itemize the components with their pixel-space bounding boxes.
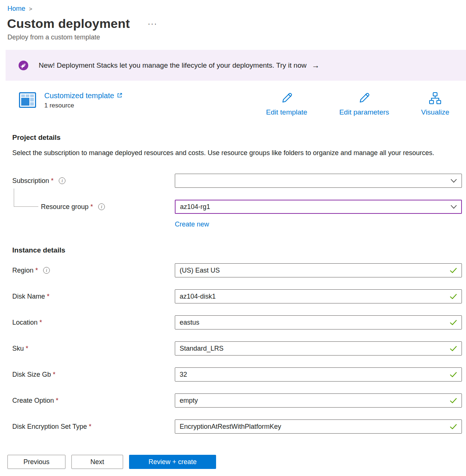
resource-group-row: Resource group * i az104-rg1	[12, 200, 462, 214]
required-asterisk: *	[90, 203, 93, 211]
pencil-icon	[357, 91, 371, 107]
create-option-input[interactable]	[175, 393, 462, 408]
create-option-row: Create Option *	[12, 393, 462, 408]
required-asterisk: *	[56, 397, 58, 405]
create-new-row: Create new	[175, 217, 462, 228]
disk-encryption-set-type-label: Disk Encryption Set Type	[12, 423, 87, 431]
required-asterisk: *	[35, 267, 38, 274]
page-title: Custom deployment	[7, 16, 130, 31]
project-details-description: Select the subscription to manage deploy…	[12, 147, 440, 159]
template-resource-count: 1 resource	[44, 102, 122, 109]
banner-text: New! Deployment Stacks let you manage th…	[39, 61, 306, 70]
visualize-icon	[428, 91, 442, 107]
more-options-button[interactable]: ···	[148, 19, 157, 28]
disk-encryption-set-type-row: Disk Encryption Set Type *	[12, 419, 462, 434]
location-label: Location	[12, 319, 38, 327]
subscription-label: Subscription	[12, 177, 49, 185]
resource-group-dropdown[interactable]: az104-rg1	[175, 200, 462, 214]
project-details-heading: Project details	[12, 134, 454, 142]
location-input[interactable]	[175, 315, 462, 329]
disk-name-input[interactable]	[175, 289, 462, 303]
breadcrumb: Home >	[0, 0, 466, 13]
disk-size-label: Disk Size Gb	[12, 371, 51, 379]
template-icon	[19, 92, 36, 110]
location-row: Location *	[12, 315, 462, 329]
subscription-dropdown[interactable]	[175, 174, 462, 188]
chevron-down-icon[interactable]	[450, 178, 457, 183]
disk-encryption-set-type-input[interactable]	[175, 419, 462, 434]
resource-group-connector	[14, 189, 38, 207]
footer-action-bar: Previous Next Review + create	[0, 448, 466, 476]
next-button[interactable]: Next	[71, 455, 123, 469]
sku-row: Sku *	[12, 341, 462, 356]
previous-button[interactable]: Previous	[7, 455, 65, 469]
project-details-form: Subscription * i Resource group * i az10…	[12, 174, 462, 434]
breadcrumb-home-link[interactable]: Home	[7, 5, 25, 13]
required-asterisk: *	[51, 177, 54, 185]
instance-details-heading: Instance details	[12, 246, 450, 254]
required-asterisk: *	[47, 293, 49, 300]
breadcrumb-separator-icon: >	[29, 6, 32, 12]
resource-group-label: Resource group	[41, 203, 89, 211]
chevron-down-icon[interactable]	[450, 205, 457, 209]
required-asterisk: *	[39, 319, 42, 327]
required-asterisk: *	[26, 345, 28, 353]
disk-size-input[interactable]	[175, 367, 462, 382]
required-asterisk: *	[89, 423, 91, 431]
valid-check-icon	[450, 294, 457, 299]
required-asterisk: *	[53, 371, 55, 379]
info-icon[interactable]: i	[98, 203, 105, 210]
disk-size-row: Disk Size Gb *	[12, 367, 462, 382]
valid-check-icon	[450, 398, 457, 403]
sku-label: Sku	[12, 345, 24, 353]
page-header: Custom deployment ···	[0, 16, 466, 31]
valid-check-icon	[450, 424, 457, 430]
region-label: Region	[12, 267, 33, 274]
external-link-icon	[117, 91, 122, 100]
deployment-stacks-banner[interactable]: New! Deployment Stacks let you manage th…	[6, 50, 466, 81]
valid-check-icon	[450, 320, 457, 325]
arrow-right-icon[interactable]: →	[312, 61, 319, 70]
review-create-button[interactable]: Review + create	[129, 455, 216, 469]
sku-input[interactable]	[175, 341, 462, 356]
valid-check-icon	[450, 346, 457, 351]
pencil-icon	[280, 91, 293, 107]
edit-template-button[interactable]: Edit template	[266, 91, 307, 116]
valid-check-icon	[450, 372, 457, 377]
rocket-icon	[18, 60, 29, 71]
region-input[interactable]	[175, 263, 462, 277]
disk-name-row: Disk Name *	[12, 289, 462, 303]
subscription-row: Subscription * i	[12, 174, 462, 188]
info-icon[interactable]: i	[43, 267, 50, 274]
valid-check-icon	[450, 268, 457, 273]
visualize-button[interactable]: Visualize	[421, 91, 449, 116]
region-row: Region * i	[12, 263, 462, 277]
edit-parameters-button[interactable]: Edit parameters	[339, 91, 389, 116]
page-subtitle: Deploy from a custom template	[0, 33, 466, 41]
create-new-link[interactable]: Create new	[175, 221, 209, 228]
disk-name-label: Disk Name	[12, 293, 45, 300]
customized-template-link[interactable]: Customized template	[44, 91, 122, 100]
create-option-label: Create Option	[12, 397, 54, 405]
info-icon[interactable]: i	[59, 177, 65, 184]
template-card: Customized template 1 resource Edit temp…	[19, 91, 449, 116]
